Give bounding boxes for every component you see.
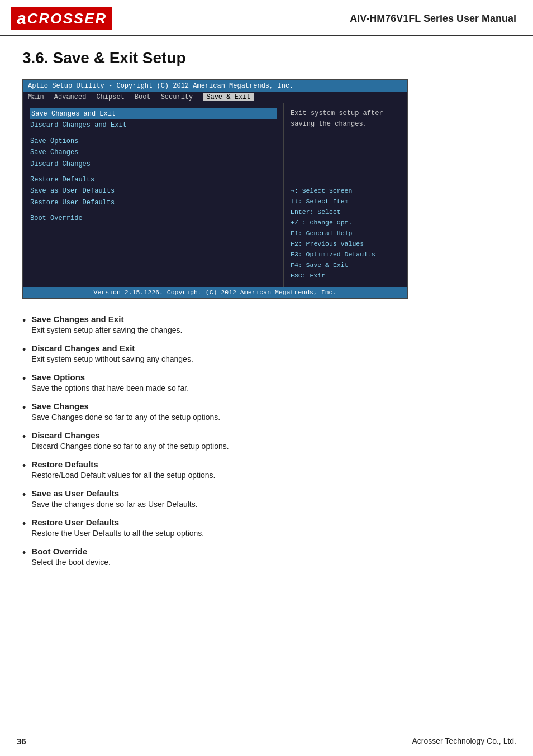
bullet-content: Restore Defaults Restore/Load Default va… xyxy=(31,460,215,480)
bios-menu-boot: Boot xyxy=(135,93,151,101)
bios-menu-main: Main xyxy=(28,93,44,101)
bios-spacer-2 xyxy=(30,170,277,174)
section-header: 3.6. Save & Exit Setup Aptio Setup Utili… xyxy=(0,36,533,299)
bullet-desc: Save the changes done so far as User Def… xyxy=(31,500,197,509)
list-item: • Restore User Defaults Restore the User… xyxy=(22,518,516,538)
bios-menu-advanced: Advanced xyxy=(54,93,87,101)
section-number: 3.6. xyxy=(22,49,49,66)
bullet-content: Save Options Save the options that have … xyxy=(31,372,189,393)
bullet-icon: • xyxy=(22,547,26,559)
section-name: Save & Exit Setup xyxy=(53,49,185,66)
bios-menu-chipset: Chipset xyxy=(96,93,124,101)
bullet-icon: • xyxy=(22,460,26,472)
bios-item-save-user-defaults: Save as User Defaults xyxy=(30,185,277,197)
bullet-desc: Restore the User Defaults to all the set… xyxy=(31,529,204,538)
list-item: • Save Options Save the options that hav… xyxy=(22,372,516,393)
bios-screenshot: Aptio Setup Utility - Copyright (C) 2012… xyxy=(22,79,408,299)
bullet-desc: Discard Changes done so far to any of th… xyxy=(31,442,229,451)
bullet-label: Restore Defaults xyxy=(31,460,215,469)
bullet-content: Discard Changes and Exit Exit system set… xyxy=(31,343,193,363)
bullet-desc: Restore/Load Default values for all the … xyxy=(31,471,215,480)
page-number: 36 xyxy=(17,736,26,746)
bios-footer: Version 2.15.1226. Copyright (C) 2012 Am… xyxy=(23,287,407,298)
logo-a: a xyxy=(17,9,26,28)
bios-menu-save-exit: Save & Exit xyxy=(203,93,254,101)
bullet-icon: • xyxy=(22,402,26,414)
bios-menu-items: Save Changes and Exit Discard Changes an… xyxy=(23,103,284,287)
bullet-content: Restore User Defaults Restore the User D… xyxy=(31,518,204,538)
bios-item-boot-override: Boot Override xyxy=(30,213,277,224)
bullet-content: Save Changes Save Changes done so far to… xyxy=(31,401,220,422)
list-item: • Save Changes and Exit Exit system setu… xyxy=(22,314,516,334)
logo: a CROSSER xyxy=(11,7,112,30)
bios-item-restore-user-defaults: Restore User Defaults xyxy=(30,197,277,208)
bios-item-save-changes: Save Changes xyxy=(30,147,277,158)
section-title: 3.6. Save & Exit Setup xyxy=(22,49,516,67)
bios-help-text: Exit system setup aftersaving the change… xyxy=(291,108,400,130)
bullet-label: Discard Changes and Exit xyxy=(31,343,193,353)
bullet-label: Restore User Defaults xyxy=(31,518,204,527)
logo-brand: CROSSER xyxy=(27,10,107,27)
bullet-label: Save Changes xyxy=(31,401,220,411)
bios-nav-text: →: Select Screen ↑↓: Select Item Enter: … xyxy=(291,186,400,281)
bullet-icon: • xyxy=(22,489,26,501)
bullet-label: Save as User Defaults xyxy=(31,489,197,498)
bios-content-area: Save Changes and Exit Discard Changes an… xyxy=(23,103,407,287)
bullet-label: Discard Changes xyxy=(31,430,229,440)
list-item: • Discard Changes Discard Changes done s… xyxy=(22,430,516,451)
bullet-icon: • xyxy=(22,315,26,327)
bios-menu-security: Security xyxy=(161,93,193,101)
bullet-icon: • xyxy=(22,373,26,385)
bios-menubar: Main Advanced Chipset Boot Security Save… xyxy=(23,92,407,103)
list-item: • Restore Defaults Restore/Load Default … xyxy=(22,460,516,480)
bullet-desc: Exit system setup without saving any cha… xyxy=(31,355,193,363)
bullet-content: Boot Override Select the boot device. xyxy=(31,547,111,567)
bullet-icon: • xyxy=(22,344,26,356)
bios-item-restore-defaults: Restore Defaults xyxy=(30,174,277,185)
list-item: • Save as User Defaults Save the changes… xyxy=(22,489,516,509)
description-list: • Save Changes and Exit Exit system setu… xyxy=(0,314,533,567)
bullet-content: Discard Changes Discard Changes done so … xyxy=(31,430,229,451)
bios-topbar: Aptio Setup Utility - Copyright (C) 2012… xyxy=(23,80,407,92)
page-footer: 36 Acrosser Technology Co., Ltd. xyxy=(0,733,533,746)
company-name: Acrosser Technology Co., Ltd. xyxy=(412,736,516,746)
bios-item-discard-and-exit: Discard Changes and Exit xyxy=(30,119,277,131)
bullet-icon: • xyxy=(22,518,26,530)
bios-item-save-and-exit: Save Changes and Exit xyxy=(30,108,277,119)
bios-spacer-1 xyxy=(30,131,277,136)
list-item: • Discard Changes and Exit Exit system s… xyxy=(22,343,516,363)
list-item: • Save Changes Save Changes done so far … xyxy=(22,401,516,422)
page-header: a CROSSER AIV-HM76V1FL Series User Manua… xyxy=(0,0,533,36)
bios-item-discard-changes: Discard Changes xyxy=(30,159,277,170)
bullet-desc: Exit system setup after saving the chang… xyxy=(31,326,182,334)
bullet-desc: Save the options that have been made so … xyxy=(31,384,189,393)
bullet-desc: Select the boot device. xyxy=(31,558,111,567)
bios-spacer-3 xyxy=(30,208,277,213)
bullet-label: Save Options xyxy=(31,372,189,382)
list-item: • Boot Override Select the boot device. xyxy=(22,547,516,567)
bullet-content: Save as User Defaults Save the changes d… xyxy=(31,489,197,509)
bullet-label: Save Changes and Exit xyxy=(31,314,182,324)
bullet-content: Save Changes and Exit Exit system setup … xyxy=(31,314,182,334)
bios-right-panel: Exit system setup aftersaving the change… xyxy=(284,103,407,287)
bullet-desc: Save Changes done so far to any of the s… xyxy=(31,413,220,422)
bullet-label: Boot Override xyxy=(31,547,111,556)
manual-title: AIV-HM76V1FL Series User Manual xyxy=(350,13,516,25)
bios-item-save-options: Save Options xyxy=(30,136,277,147)
bullet-icon: • xyxy=(22,431,26,443)
